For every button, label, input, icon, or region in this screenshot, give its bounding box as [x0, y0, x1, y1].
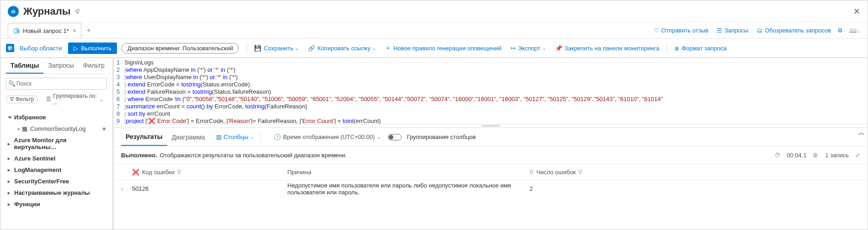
col-reason[interactable]: Причина	[287, 169, 311, 176]
sidebar-group[interactable]: ▸Azure Sentinel	[0, 153, 112, 164]
funnel-icon[interactable]: ∇	[177, 169, 181, 176]
settings-icon[interactable]: ⚙	[837, 27, 843, 34]
sidebar-filter-chip[interactable]: ∇Фильтр	[6, 95, 38, 103]
sidebar-group[interactable]: ▸Функции	[0, 198, 112, 210]
select-scope-link[interactable]: Выбор области	[20, 45, 62, 52]
error-x-icon: ❌	[132, 169, 139, 176]
sidebar-tab-queries[interactable]: Запросы	[43, 58, 78, 74]
close-button[interactable]: ✕	[853, 6, 860, 16]
records-icon: 🗎	[813, 152, 819, 159]
sidebar-table-item[interactable]: ▸▦CommonSecurityLog★	[0, 123, 112, 134]
list-icon: ☰	[717, 27, 722, 34]
feedback-link[interactable]: ♡ Отправить отзыв	[654, 27, 709, 34]
pin-icon: 📌	[555, 45, 562, 52]
group-icon: ☰	[46, 96, 51, 102]
help-icon[interactable]: 📖⌄	[849, 27, 860, 34]
sidebar-search: 🔍	[6, 78, 107, 90]
query-explorer-link[interactable]: 🗂 Обозреватель запросов	[757, 27, 831, 34]
sidebar-tab-tables[interactable]: Таблицы	[6, 58, 43, 74]
query-tab[interactable]: 🧊 Новый запрос 1* ×	[8, 23, 81, 38]
editor-code[interactable]: SigninLogs|where AppDisplayName in ('*')…	[124, 58, 868, 124]
sidebar-group[interactable]: ⏷Избранное	[0, 112, 112, 123]
caret-icon: ▸	[8, 167, 12, 172]
col-error-code[interactable]: Код ошибки	[142, 169, 175, 176]
save-icon: 💾	[254, 45, 261, 52]
scope-icon[interactable]: 🧊	[6, 44, 14, 52]
clock-icon: 🕒	[274, 134, 281, 140]
caret-icon: ▸	[8, 156, 12, 161]
results-tab[interactable]: Результаты	[121, 128, 167, 146]
expand-row-icon[interactable]: ›	[121, 185, 132, 192]
table-row[interactable]: ›50126Недопустимое имя пользователя или …	[114, 181, 868, 197]
logs-icon: ılı	[8, 6, 19, 17]
time-range-chip[interactable]: Диапазон времени: Пользовательский	[122, 43, 239, 53]
query-toolbar: 🧊 Выбор области ▷ Выполнить Диапазон вре…	[0, 39, 868, 58]
page-title: Журналы	[23, 5, 71, 17]
new-alert-button[interactable]: ＋Новое правило генерации оповещений	[385, 44, 502, 52]
chevron-down-icon: ⌄	[372, 46, 376, 51]
funnel-icon: ∇	[10, 96, 14, 102]
tab-close-icon[interactable]: ×	[73, 27, 76, 34]
expand-icon[interactable]: ⤢	[855, 152, 860, 159]
collapse-results-icon[interactable]: ︽	[858, 128, 865, 137]
explorer-icon: 🗂	[757, 27, 762, 34]
pin-icon[interactable]	[74, 8, 81, 15]
export-button[interactable]: ↦Экспорт⌄	[511, 45, 546, 52]
heart-icon: ♡	[654, 27, 659, 34]
record-count: 1 запись	[825, 152, 849, 159]
toolbar-separator	[260, 132, 261, 142]
chevron-down-icon: ⌄	[295, 46, 299, 51]
sidebar-group[interactable]: ▸LogManagement	[0, 164, 112, 176]
queries-link[interactable]: ☰ Запросы	[717, 27, 748, 34]
export-icon: ↦	[511, 45, 516, 52]
status-text: Отображаются результаты за пользовательс…	[160, 152, 347, 159]
funnel-icon[interactable]: ∇	[578, 169, 582, 176]
toolbar-separator	[667, 43, 667, 53]
link-icon: 🔗	[308, 45, 315, 52]
elapsed-time: 00:04.1	[787, 152, 806, 159]
sidebar-tab-filter[interactable]: Фильтр	[79, 58, 109, 74]
display-time-button[interactable]: 🕒Время отображения (UTC+00:00)⌄	[274, 134, 381, 140]
format-query-button[interactable]: ≣Формат запроса	[674, 45, 726, 52]
chart-tab[interactable]: Диаграмма	[167, 129, 210, 145]
sidebar-group[interactable]: ▸Настраиваемые журналы	[0, 187, 112, 198]
columns-button[interactable]: ▥Столбцы⌄	[216, 134, 254, 140]
caret-icon: ▸	[8, 190, 12, 195]
run-button[interactable]: ▷ Выполнить	[68, 43, 117, 54]
funnel-icon[interactable]: ∇	[529, 169, 534, 176]
query-editor[interactable]: 123456789 SigninLogs|where AppDisplayNam…	[114, 58, 868, 124]
columns-icon: ▥	[216, 134, 222, 140]
format-icon: ≣	[674, 45, 679, 52]
chevron-down-icon: ⌄	[377, 134, 381, 139]
status-done: Выполнено.	[121, 152, 157, 159]
stopwatch-icon: ⏱	[774, 152, 780, 159]
save-button[interactable]: 💾Сохранить⌄	[254, 45, 299, 52]
chevron-down-icon: ⌄	[542, 46, 546, 51]
caret-icon: ▸	[8, 141, 12, 146]
page-header: ılı Журналы ✕	[0, 0, 868, 22]
caret-icon: ▸	[8, 202, 12, 207]
pin-dashboard-button[interactable]: 📌Закрепить на панели мониторинга	[555, 45, 660, 52]
cell-reason: Недопустимое имя пользователя или пароль…	[287, 182, 529, 196]
star-icon[interactable]: ★	[101, 125, 107, 132]
group-columns-label: Группирование столбцов	[407, 134, 476, 140]
group-columns-toggle[interactable]	[388, 134, 402, 140]
results-header-row: ❌ Код ошибки ∇ Причина ∇ Число ошибок ∇	[114, 164, 868, 181]
sidebar-groupby-chip[interactable]: ☰Группировать по: ...⌄	[42, 92, 107, 106]
cell-error-count: 2	[529, 185, 533, 192]
caret-icon: ⏷	[8, 115, 12, 120]
col-error-count[interactable]: Число ошибок	[536, 169, 576, 176]
horizontal-splitter[interactable]	[114, 124, 868, 128]
results-toolbar: Результаты Диаграмма ▥Столбцы⌄ 🕒Время от…	[114, 128, 868, 147]
query-tab-label: Новый запрос 1*	[23, 27, 69, 34]
copy-link-button[interactable]: 🔗Копировать ссылку⌄	[308, 45, 376, 52]
add-tab-button[interactable]: ＋	[85, 26, 92, 35]
sidebar-group[interactable]: ▸SecurityCenterFree	[0, 176, 112, 187]
caret-icon: ▸	[8, 179, 12, 184]
query-tab-icon: 🧊	[13, 27, 20, 34]
sidebar-search-input[interactable]	[6, 78, 107, 90]
table-icon: ▦	[22, 125, 27, 132]
toolbar-separator	[246, 43, 247, 53]
sidebar-group[interactable]: ▸Azure Monitor для виртуальны…	[0, 134, 112, 153]
cell-error-code: 50126	[132, 185, 287, 192]
